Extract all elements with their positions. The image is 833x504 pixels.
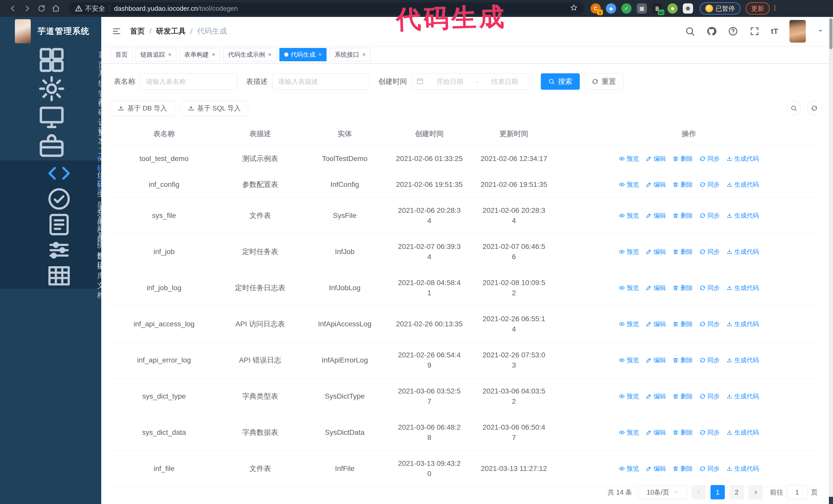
edit-link[interactable]: 编辑 (646, 427, 666, 438)
tab-close-icon[interactable]: × (362, 51, 365, 58)
extension-gem-icon[interactable]: ◆ (606, 3, 616, 14)
preview-link[interactable]: 预览 (619, 319, 639, 329)
delete-link[interactable]: 删除 (672, 247, 693, 257)
sql-import-button[interactable]: 基于 SQL 导入 (180, 100, 248, 116)
sidebar-subitem-表单构建[interactable]: 表单构建 (0, 212, 101, 237)
date-range-picker[interactable]: 开始日期 - 结束日期 (412, 73, 532, 90)
forward-icon[interactable] (20, 1, 34, 16)
table-name-input[interactable] (140, 73, 237, 90)
extension-clip-icon[interactable]: ≣on (652, 3, 662, 14)
edit-link[interactable]: 编辑 (646, 153, 666, 164)
edit-link[interactable]: 编辑 (646, 283, 666, 293)
preview-link[interactable]: 预览 (619, 283, 639, 293)
edit-link[interactable]: 编辑 (646, 463, 666, 474)
breadcrumb-home[interactable]: 首页 (130, 26, 145, 37)
address-bar[interactable]: 不安全 dashboard.yudao.iocoder.cn/tool/code… (69, 2, 584, 15)
generate-code-link[interactable]: 生成代码 (727, 283, 759, 293)
sync-link[interactable]: 同步 (699, 355, 720, 365)
browser-menu-icon[interactable] (771, 4, 779, 13)
tab-close-icon[interactable]: × (168, 51, 171, 58)
tab-代码生成[interactable]: 代码生成 × (279, 48, 327, 61)
page-size-select[interactable]: 10条/页 (638, 485, 687, 499)
preview-link[interactable]: 预览 (619, 391, 639, 402)
delete-link[interactable]: 删除 (672, 463, 693, 474)
edit-link[interactable]: 编辑 (646, 211, 666, 221)
search-button[interactable]: 搜索 (541, 73, 580, 90)
scrollbar-track[interactable] (829, 17, 833, 504)
extension-refresh-icon[interactable]: C1 (591, 3, 601, 14)
preview-link[interactable]: 预览 (619, 247, 639, 257)
tab-表单构建[interactable]: 表单构建 × (180, 48, 220, 61)
user-avatar[interactable] (789, 20, 806, 43)
home-icon[interactable] (49, 1, 63, 16)
sync-link[interactable]: 同步 (699, 463, 720, 474)
sidebar-subitem-代码生成[interactable]: 代码生成 (0, 161, 101, 186)
logo[interactable]: 芋道管理系统 (0, 17, 101, 46)
search-icon[interactable] (685, 26, 695, 37)
paused-badge[interactable]: 已暂停 (700, 2, 740, 15)
bookmark-star-icon[interactable] (570, 4, 578, 13)
sidebar-subitem-代码生成示例[interactable]: 代码生成示例 (0, 186, 101, 212)
back-icon[interactable] (6, 1, 20, 16)
github-icon[interactable] (706, 26, 717, 37)
tab-系统接口[interactable]: 系统接口 × (330, 48, 371, 61)
preview-link[interactable]: 预览 (619, 211, 639, 221)
sync-link[interactable]: 同步 (699, 319, 720, 329)
sync-link[interactable]: 同步 (699, 427, 720, 438)
not-secure-warning-icon[interactable] (75, 5, 82, 12)
sync-link[interactable]: 同步 (699, 179, 720, 190)
generate-code-link[interactable]: 生成代码 (727, 211, 759, 221)
generate-code-link[interactable]: 生成代码 (727, 247, 759, 257)
sidebar-subitem-系统接口[interactable]: 系统接口 (0, 237, 101, 263)
preview-link[interactable]: 预览 (619, 463, 639, 474)
edit-link[interactable]: 编辑 (646, 319, 666, 329)
sync-link[interactable]: 同步 (699, 211, 720, 221)
generate-code-link[interactable]: 生成代码 (727, 179, 759, 190)
generate-code-link[interactable]: 生成代码 (727, 391, 759, 402)
fullscreen-icon[interactable] (749, 26, 760, 37)
tab-close-icon[interactable]: × (212, 51, 215, 58)
edit-link[interactable]: 编辑 (646, 391, 666, 402)
sidebar-item-研发工具[interactable]: 研发工具 (0, 132, 101, 161)
preview-link[interactable]: 预览 (619, 179, 639, 190)
start-date-placeholder[interactable]: 开始日期 (427, 77, 473, 86)
prev-page-button[interactable] (691, 485, 706, 499)
page-button-1[interactable]: 1 (711, 485, 725, 499)
delete-link[interactable]: 删除 (672, 211, 693, 221)
sync-link[interactable]: 同步 (699, 153, 720, 164)
sidebar-collapse-icon[interactable] (111, 25, 123, 38)
delete-link[interactable]: 删除 (672, 427, 693, 438)
end-date-placeholder[interactable]: 结束日期 (482, 77, 527, 86)
preview-link[interactable]: 预览 (619, 153, 639, 164)
generate-code-link[interactable]: 生成代码 (727, 319, 759, 329)
db-import-button[interactable]: 基于 DB 导入 (110, 100, 174, 116)
breadcrumb-parent[interactable]: 研发工具 (156, 26, 186, 37)
edit-link[interactable]: 编辑 (646, 355, 666, 365)
tab-close-icon[interactable]: × (318, 51, 322, 58)
edit-link[interactable]: 编辑 (646, 179, 666, 190)
sidebar-item-首页[interactable]: 首页 (0, 46, 101, 74)
preview-link[interactable]: 预览 (619, 427, 639, 438)
preview-link[interactable]: 预览 (619, 355, 639, 365)
delete-link[interactable]: 删除 (672, 179, 693, 190)
goto-page-input[interactable] (787, 485, 807, 499)
tab-首页[interactable]: 首页 (111, 48, 133, 61)
tab-close-icon[interactable]: × (268, 51, 271, 58)
next-page-button[interactable] (748, 485, 763, 499)
generate-code-link[interactable]: 生成代码 (727, 427, 759, 438)
extension-check-icon[interactable]: ✓ (621, 3, 632, 14)
avatar-caret-icon[interactable] (817, 27, 824, 35)
edit-link[interactable]: 编辑 (646, 247, 666, 257)
toggle-search-button[interactable] (787, 101, 801, 115)
generate-code-link[interactable]: 生成代码 (727, 355, 759, 365)
reset-button[interactable]: 重置 (585, 73, 623, 90)
delete-link[interactable]: 删除 (672, 391, 693, 402)
tab-链路追踪[interactable]: 链路追踪 × (136, 48, 176, 61)
font-size-icon[interactable]: tT (771, 27, 778, 35)
sync-link[interactable]: 同步 (699, 247, 720, 257)
scrollbar-thumb[interactable] (829, 19, 832, 49)
sync-link[interactable]: 同步 (699, 391, 720, 402)
tab-代码生成示例[interactable]: 代码生成示例 × (223, 48, 276, 61)
delete-link[interactable]: 删除 (672, 355, 693, 365)
generate-code-link[interactable]: 生成代码 (727, 463, 759, 474)
